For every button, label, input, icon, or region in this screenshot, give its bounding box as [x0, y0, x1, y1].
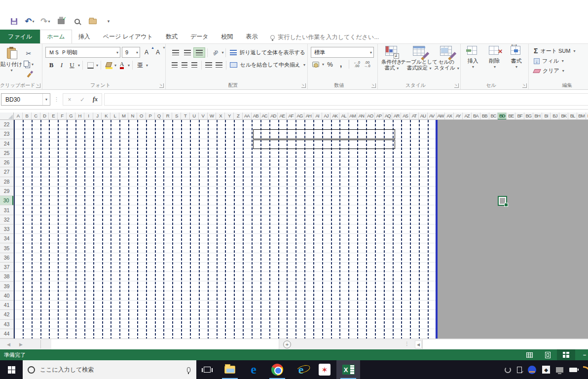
tray-security-icon[interactable]: ◆: [542, 366, 550, 374]
open-button[interactable]: [87, 16, 99, 27]
view-normal-button[interactable]: [520, 349, 539, 360]
column-header-BN[interactable]: BN: [586, 113, 588, 120]
format-painter-button[interactable]: [23, 70, 35, 80]
font-size-combo[interactable]: 9▾: [122, 47, 140, 58]
column-header-AG[interactable]: AG: [295, 113, 304, 120]
column-header-BC[interactable]: BC: [489, 113, 498, 120]
decrease-font-button[interactable]: A▼: [153, 47, 163, 57]
tell-me-box[interactable]: 実行したい作業を入力してください...: [270, 33, 379, 43]
select-all-corner[interactable]: [0, 113, 14, 120]
formula-input[interactable]: [104, 93, 588, 106]
column-header-AQ[interactable]: AQ: [383, 113, 392, 120]
row-header-30[interactable]: 30: [0, 196, 13, 205]
row-header-28[interactable]: 28: [0, 177, 13, 187]
row-header-39[interactable]: 39: [0, 282, 13, 291]
taskbar-edge[interactable]: e: [242, 360, 265, 379]
view-page-break-button[interactable]: [557, 349, 575, 360]
tray-usb-icon[interactable]: [517, 367, 522, 373]
decrease-indent-button[interactable]: [204, 60, 214, 70]
column-header-P[interactable]: P: [146, 113, 155, 120]
row-header-40[interactable]: 40: [0, 291, 13, 301]
taskbar-excel-active[interactable]: X: [336, 360, 360, 379]
redo-button[interactable]: ↷▾: [39, 16, 51, 27]
column-header-AS[interactable]: AS: [401, 113, 410, 120]
column-header-N[interactable]: N: [128, 113, 137, 120]
copy-dropdown-arrow[interactable]: ▾: [32, 62, 34, 67]
increase-font-button[interactable]: A▲: [142, 47, 151, 57]
taskbar-file-explorer[interactable]: [218, 360, 242, 379]
column-header-V[interactable]: V: [199, 113, 208, 120]
row-header-38[interactable]: 38: [0, 272, 13, 281]
column-header-U[interactable]: U: [190, 113, 199, 120]
undo-button[interactable]: ↶▾: [24, 16, 36, 27]
row-header-31[interactable]: 31: [0, 205, 13, 215]
tray-display-icon[interactable]: [556, 367, 563, 373]
cancel-button[interactable]: ×: [63, 96, 76, 103]
column-header-H[interactable]: H: [75, 113, 84, 120]
undo-dropdown-arrow[interactable]: ▾: [33, 19, 35, 24]
column-header-D[interactable]: D: [40, 113, 49, 120]
column-header-K[interactable]: K: [102, 113, 110, 120]
row-header-32[interactable]: 32: [0, 215, 13, 225]
column-header-T[interactable]: T: [181, 113, 190, 120]
cells-area[interactable]: [14, 120, 588, 339]
accounting-format-button[interactable]: [311, 59, 321, 69]
column-header-J[interactable]: J: [93, 113, 102, 120]
task-view-button[interactable]: [196, 360, 218, 379]
name-box[interactable]: BD30 ▾: [1, 93, 50, 106]
sheet-nav-left-button[interactable]: ◀: [7, 342, 10, 347]
percent-style-button[interactable]: %: [325, 59, 335, 69]
row-header-36[interactable]: 36: [0, 253, 13, 263]
column-header-AD[interactable]: AD: [269, 113, 278, 120]
column-header-AU[interactable]: AU: [419, 113, 428, 120]
column-header-AE[interactable]: AE: [278, 113, 287, 120]
bold-button[interactable]: B: [46, 60, 56, 70]
column-header-Z[interactable]: Z: [234, 113, 243, 120]
cut-button[interactable]: ✂: [23, 48, 35, 58]
increase-indent-button[interactable]: [214, 60, 223, 70]
start-button[interactable]: [0, 360, 23, 379]
italic-button[interactable]: I: [57, 60, 67, 70]
tab-表示[interactable]: 表示: [240, 30, 264, 43]
page-break-line[interactable]: [436, 120, 438, 339]
column-header-C[interactable]: C: [32, 113, 40, 120]
enter-button[interactable]: ✓: [76, 96, 89, 103]
column-header-AZ[interactable]: AZ: [463, 113, 472, 120]
font-name-combo[interactable]: ＭＳ Ｐ明朝▾: [45, 47, 120, 58]
row-header-43[interactable]: 43: [0, 320, 13, 329]
column-header-BJ[interactable]: BJ: [551, 113, 559, 120]
column-header-L[interactable]: L: [110, 113, 119, 120]
column-header-AV[interactable]: AV: [428, 113, 437, 120]
increase-decimal-button[interactable]: ←.0.00: [352, 61, 362, 68]
hscroll-left-button[interactable]: ◀: [415, 341, 422, 348]
autosum-button[interactable]: Σオート SUM▾: [534, 47, 588, 55]
zoom-out-button[interactable]: –: [583, 352, 586, 358]
phonetic-button[interactable]: 亜: [135, 60, 145, 70]
print-preview-button[interactable]: [71, 16, 83, 27]
underline-button[interactable]: U: [67, 60, 77, 70]
fill-color-dropdown-arrow[interactable]: ▾: [114, 63, 116, 68]
column-header-BH[interactable]: BH: [533, 113, 542, 120]
view-page-layout-button[interactable]: [539, 349, 557, 360]
quick-print-button[interactable]: [55, 16, 67, 27]
row-header-35[interactable]: 35: [0, 243, 13, 253]
column-header-BB[interactable]: BB: [480, 113, 489, 120]
column-header-AY[interactable]: AY: [454, 113, 463, 120]
column-header-AL[interactable]: AL: [339, 113, 348, 120]
column-header-BD[interactable]: BD: [498, 113, 507, 120]
merge-center-button[interactable]: セルを結合して中央揃え ▾: [228, 61, 307, 69]
row-header-29[interactable]: 29: [0, 187, 13, 196]
customize-qat-button[interactable]: ▾: [103, 16, 114, 27]
underline-dropdown-arrow[interactable]: ▾: [78, 63, 80, 68]
name-box-dropdown-arrow[interactable]: ▾: [42, 94, 50, 105]
column-header-AH[interactable]: AH: [304, 113, 313, 120]
tray-network-device-icon[interactable]: [528, 366, 536, 374]
column-header-AO[interactable]: AO: [366, 113, 375, 120]
align-right-button[interactable]: [189, 60, 199, 70]
number-format-combo[interactable]: 標準▾: [311, 47, 374, 58]
save-button[interactable]: [8, 16, 20, 27]
column-header-AC[interactable]: AC: [260, 113, 269, 120]
outside-print-area[interactable]: [438, 120, 588, 339]
sheet-tabs-area[interactable]: [51, 339, 279, 350]
cells-dialog-launcher[interactable]: ↘: [522, 83, 527, 88]
